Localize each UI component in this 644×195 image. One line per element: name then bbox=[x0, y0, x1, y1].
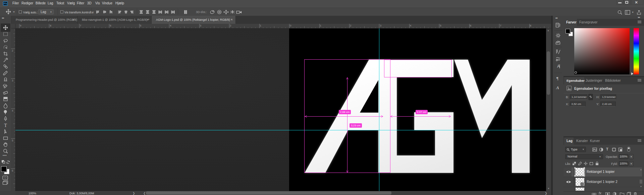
svg-text:A: A bbox=[557, 64, 560, 69]
svg-text:T: T bbox=[4, 123, 7, 128]
svg-text:¶: ¶ bbox=[556, 76, 558, 81]
svg-text:A: A bbox=[556, 85, 559, 90]
